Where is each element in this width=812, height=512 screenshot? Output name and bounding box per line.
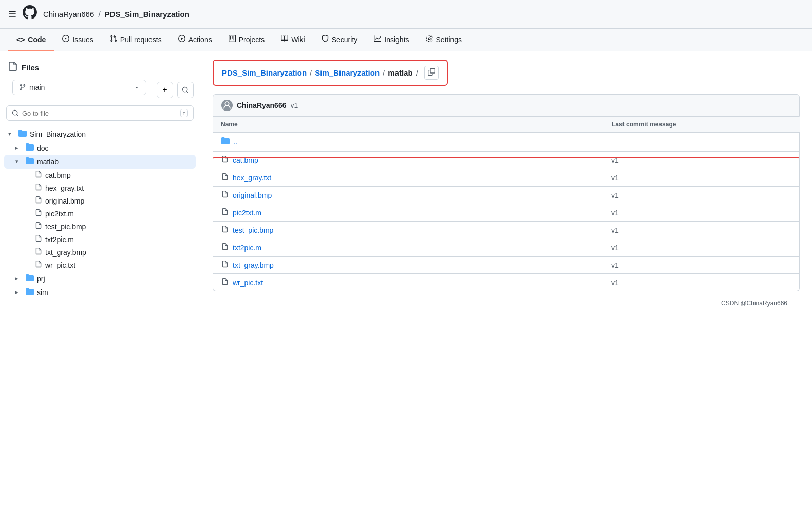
projects-icon	[229, 35, 236, 44]
file-link-original-bmp[interactable]: original.bmp	[233, 191, 272, 199]
tab-settings[interactable]: Settings	[418, 29, 470, 51]
security-icon	[322, 35, 329, 44]
file-table-header: Name Last commit message	[213, 117, 800, 133]
tab-pr-label: Pull requests	[120, 35, 162, 44]
file-link-pic2txt[interactable]: pic2txt.m	[233, 209, 261, 217]
tree-item-txt-gray[interactable]: ▸ txt_gray.bmp	[4, 246, 196, 259]
tab-security-label: Security	[332, 35, 358, 44]
branch-name: main	[29, 83, 45, 92]
table-row-pic2txt[interactable]: pic2txt.m v1	[213, 204, 799, 222]
tree-item-hex-gray[interactable]: ▸ hex_gray.txt	[4, 181, 196, 194]
sidebar-files-label: Files	[22, 63, 39, 72]
tab-projects[interactable]: Projects	[220, 29, 273, 51]
tree-label-hex-gray: hex_gray.txt	[45, 184, 84, 192]
file-link-hex-gray[interactable]: hex_gray.txt	[233, 174, 271, 182]
tree-item-test-pic[interactable]: ▸ test_pic.bmp	[4, 220, 196, 233]
col-commit-header: Last commit message	[612, 121, 791, 128]
folder-icon	[18, 129, 27, 139]
tab-insights[interactable]: Insights	[366, 29, 417, 51]
menu-icon[interactable]: ☰	[8, 9, 16, 20]
tree-item-sim-binaryzation[interactable]: ▾ Sim_Binaryzation	[4, 127, 196, 141]
tab-pull-requests[interactable]: Pull requests	[102, 29, 170, 51]
footer-text: CSDN @ChinaRyan666	[721, 300, 787, 307]
tree-label-test-pic: test_pic.bmp	[45, 223, 86, 231]
table-row-txt2pic[interactable]: txt2pic.m v1	[213, 239, 799, 257]
table-row-txt-gray[interactable]: txt_gray.bmp v1	[213, 257, 799, 274]
breadcrumb-folder-link[interactable]: Sim_Binaryzation	[315, 68, 380, 77]
file-icon	[35, 248, 42, 257]
file-link-cat-bmp[interactable]: cat.bmp	[233, 156, 258, 164]
tree-item-cat-bmp[interactable]: ▸ cat.bmp	[4, 169, 196, 181]
breadcrumb: PDS_Sim_Binaryzation / Sim_Binaryzation …	[213, 60, 448, 86]
tree-item-sim[interactable]: ▸ sim	[4, 285, 196, 299]
nav-tabs: <> Code Issues Pull requests Actions Pro…	[0, 29, 812, 51]
file-link-wr-pic[interactable]: wr_pic.txt	[233, 279, 263, 287]
chevron-down-icon: ▾	[8, 131, 15, 137]
tree-label-doc: doc	[37, 144, 49, 152]
tree-item-pic2txt[interactable]: ▸ pic2txt.m	[4, 207, 196, 220]
repo-title: ChinaRyan666 / PDS_Sim_Binaryzation	[43, 10, 190, 19]
footer: CSDN @ChinaRyan666	[213, 291, 800, 315]
tree-item-matlab[interactable]: ▾ matlab	[4, 155, 196, 169]
folder-icon	[221, 137, 230, 147]
file-link-txt-gray[interactable]: txt_gray.bmp	[233, 261, 274, 269]
table-row-wr-pic[interactable]: wr_pic.txt v1	[213, 274, 799, 291]
copy-path-button[interactable]	[424, 66, 439, 80]
breadcrumb-sep-3: /	[416, 68, 418, 77]
author-avatar	[221, 100, 233, 111]
search-input[interactable]	[22, 109, 177, 117]
file-icon	[221, 226, 229, 234]
tab-issues[interactable]: Issues	[54, 29, 101, 51]
tree-item-txt2pic[interactable]: ▸ txt2pic.m	[4, 233, 196, 246]
breadcrumb-repo-link[interactable]: PDS_Sim_Binaryzation	[222, 68, 307, 77]
file-icon	[221, 173, 229, 182]
tree-label-pic2txt: pic2txt.m	[45, 210, 74, 218]
folder-icon	[26, 143, 34, 153]
file-table: .. cat.bmp v1	[213, 133, 800, 291]
tab-wiki[interactable]: Wiki	[273, 29, 313, 51]
table-row-parent[interactable]: ..	[213, 133, 799, 152]
file-link-parent[interactable]: ..	[234, 138, 238, 146]
tab-security[interactable]: Security	[313, 29, 366, 51]
file-icon	[221, 278, 229, 287]
tab-actions[interactable]: Actions	[170, 29, 220, 51]
topbar: ☰ ChinaRyan666 / PDS_Sim_Binaryzation	[0, 0, 812, 29]
tab-issues-label: Issues	[72, 35, 93, 44]
file-commit-hex-gray: v1	[611, 174, 791, 182]
table-row-hex-gray[interactable]: hex_gray.txt v1	[213, 169, 799, 187]
file-link-test-pic[interactable]: test_pic.bmp	[233, 226, 273, 234]
file-icon	[221, 156, 229, 164]
breadcrumb-current: matlab	[388, 68, 412, 77]
chevron-right-icon: ▸	[15, 289, 23, 296]
tree-label-txt2pic: txt2pic.m	[45, 235, 74, 244]
tree-item-wr-pic[interactable]: ▸ wr_pic.txt	[4, 259, 196, 271]
settings-icon	[426, 35, 433, 44]
folder-icon	[26, 287, 34, 297]
tree-item-original-bmp[interactable]: ▸ original.bmp	[4, 194, 196, 207]
add-file-button[interactable]: +	[157, 82, 173, 98]
folder-icon	[26, 273, 34, 283]
search-button[interactable]	[177, 82, 194, 98]
tree-item-doc[interactable]: ▸ doc	[4, 141, 196, 155]
file-icon	[35, 196, 42, 205]
table-row-cat-bmp[interactable]: cat.bmp v1	[213, 152, 799, 169]
file-icon	[35, 184, 42, 192]
wiki-icon	[281, 35, 288, 44]
tab-code[interactable]: <> Code	[8, 29, 54, 51]
tree-label-cat-bmp: cat.bmp	[45, 171, 71, 179]
chevron-down-icon: ▾	[15, 158, 23, 165]
file-icon	[35, 235, 42, 244]
file-commit-cat-bmp: v1	[611, 156, 791, 164]
sidebar-header: Files	[0, 58, 200, 80]
github-logo	[23, 5, 37, 23]
col-name-header: Name	[221, 121, 612, 128]
tree-label-txt-gray: txt_gray.bmp	[45, 248, 86, 257]
file-commit-wr-pic: v1	[611, 279, 791, 287]
tab-insights-label: Insights	[384, 35, 409, 44]
tree-label-prj: prj	[37, 275, 45, 283]
table-row-test-pic[interactable]: test_pic.bmp v1	[213, 222, 799, 239]
table-row-original-bmp[interactable]: original.bmp v1	[213, 187, 799, 204]
branch-selector[interactable]: main	[12, 80, 146, 95]
file-link-txt2pic[interactable]: txt2pic.m	[233, 244, 261, 252]
tree-item-prj[interactable]: ▸ prj	[4, 271, 196, 285]
